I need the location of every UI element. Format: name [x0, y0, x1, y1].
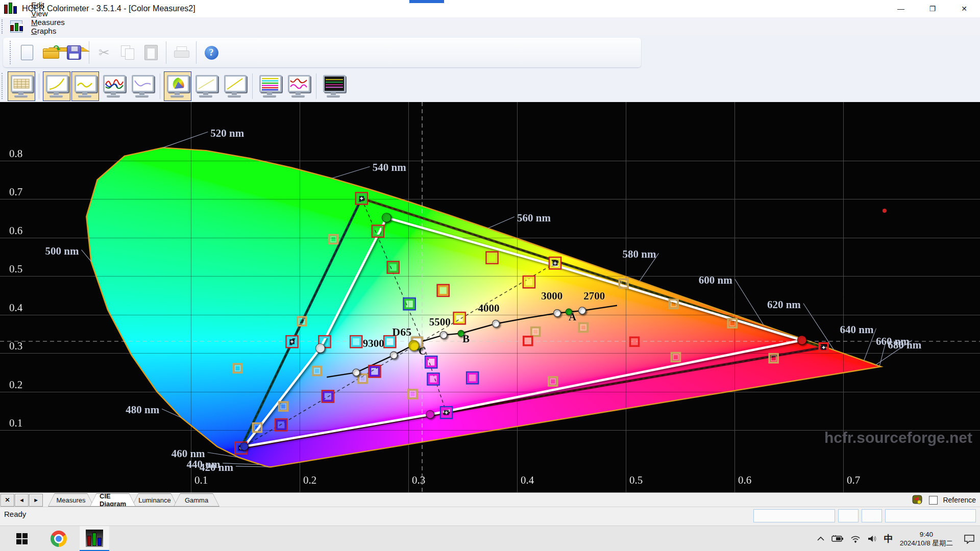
restore-button[interactable]: ❐ — [917, 0, 948, 17]
reference-checkbox[interactable] — [929, 496, 938, 505]
menu-view[interactable]: View — [26, 9, 71, 18]
color-temp-graph-button[interactable] — [129, 71, 156, 101]
toolbar-grip — [10, 41, 13, 64]
cie-diagram-button[interactable] — [164, 71, 191, 101]
cie-chart-canvas[interactable] — [0, 102, 980, 492]
start-button[interactable] — [7, 526, 37, 551]
cut-button[interactable]: ✂ — [92, 40, 116, 65]
tab-gamma[interactable]: Gamma — [174, 493, 219, 507]
measures-table-button[interactable] — [8, 71, 35, 101]
app-icon — [4, 4, 17, 14]
wifi-icon[interactable] — [850, 535, 861, 543]
paste-button[interactable] — [139, 40, 163, 65]
view-tab-bar: ✕ ◂ ▸ Measures CIE Diagram Luminance Gam… — [0, 492, 980, 507]
luminance-graph-button[interactable] — [71, 71, 99, 101]
tab-measures[interactable]: Measures — [48, 493, 94, 507]
toolbar-separator — [166, 41, 166, 64]
open-button[interactable]: ↷ — [39, 40, 62, 65]
background-window-sliver — [409, 0, 444, 3]
copy-button[interactable] — [116, 40, 139, 65]
desktop: HCFR Colorimeter - 3.5.1.4 - [Color Meas… — [0, 0, 980, 551]
status-panel — [753, 509, 835, 522]
menu-bar: FileEditViewMeasuresGraphsAdvancedWindow… — [0, 17, 980, 36]
graphs-toolbar — [0, 70, 980, 103]
toolbar-grip — [2, 73, 5, 98]
status-text: Ready — [4, 510, 26, 518]
save-button[interactable] — [62, 40, 86, 65]
battery-icon[interactable] — [831, 535, 844, 542]
tab-scroll-left-button[interactable]: ◂ — [15, 494, 29, 507]
menu-measures[interactable]: Measures — [26, 18, 71, 27]
menu-edit[interactable]: Edit — [26, 1, 71, 9]
status-panel — [862, 509, 882, 522]
toolbar-separator — [89, 41, 89, 64]
tab-close-button[interactable]: ✕ — [1, 494, 14, 507]
close-button[interactable]: ✕ — [948, 0, 980, 17]
rgb-histogram-button[interactable] — [256, 71, 284, 101]
taskbar-chrome-icon[interactable] — [44, 526, 74, 551]
taskbar-hcfr-icon[interactable] — [80, 526, 109, 551]
toolbar-separator — [252, 73, 253, 99]
luminance-log-graph-button[interactable] — [192, 71, 220, 101]
toolbar-separator — [196, 41, 197, 64]
spectrum-graph-button[interactable] — [320, 71, 348, 101]
volume-icon[interactable] — [867, 535, 877, 543]
main-toolbar: ↷✂? — [0, 36, 980, 70]
taskbar-clock[interactable]: 9:40 2024/10/8 星期二 — [900, 530, 953, 547]
clock-time: 9:40 — [900, 530, 953, 539]
print-button[interactable] — [169, 40, 193, 65]
toolbar-separator — [160, 73, 160, 99]
tab-luminance[interactable]: Luminance — [132, 493, 178, 507]
toolbar-separator — [39, 73, 39, 99]
status-bar: Ready — [0, 507, 980, 526]
document-icon — [10, 20, 22, 33]
taskbar: 中 9:40 2024/10/8 星期二 — [0, 525, 980, 551]
rgb-levels-graph-button[interactable] — [100, 71, 128, 101]
action-center-icon[interactable] — [964, 534, 975, 544]
color-error-graph-button[interactable] — [285, 71, 312, 101]
help-button[interactable]: ? — [200, 40, 223, 65]
tab-scroll-right-button[interactable]: ▸ — [29, 494, 43, 507]
status-panel — [885, 509, 976, 522]
status-panel — [838, 509, 859, 522]
toolbar-grip — [2, 19, 5, 34]
minimize-button[interactable]: — — [885, 0, 917, 17]
ime-indicator[interactable]: 中 — [884, 533, 893, 545]
tab-cie-diagram[interactable]: CIE Diagram — [90, 493, 136, 507]
toolbar-separator — [316, 73, 316, 99]
gamma-graph-button[interactable] — [43, 71, 70, 101]
reference-label: Reference — [943, 496, 976, 504]
new-button[interactable] — [15, 40, 39, 65]
gamma2-graph-button[interactable] — [221, 71, 249, 101]
title-bar: HCFR Colorimeter - 3.5.1.4 - [Color Meas… — [0, 0, 980, 17]
tray-expand-icon[interactable] — [817, 536, 825, 542]
menu-graphs[interactable]: Graphs — [26, 27, 71, 35]
sensor-icon — [912, 494, 924, 506]
clock-date: 2024/10/8 星期二 — [900, 539, 953, 547]
